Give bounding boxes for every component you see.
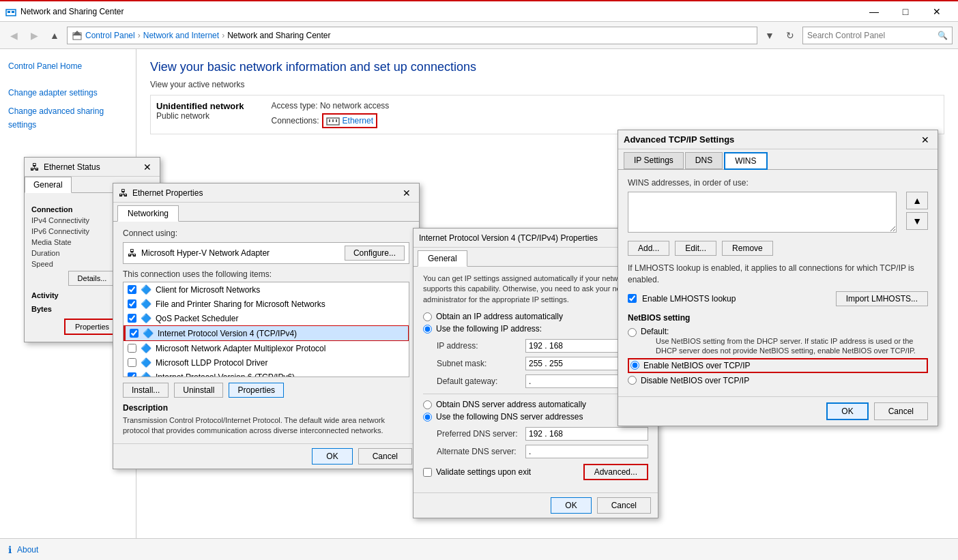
back-button[interactable]: ◀ <box>5 27 22 44</box>
item-1-checkbox[interactable] <box>128 299 136 308</box>
access-type-label: Access type: <box>272 101 318 110</box>
adapter-row: 🖧 Microsoft Hyper-V Network Adapter Conf… <box>123 242 409 264</box>
wins-up-button[interactable]: ▲ <box>906 192 928 209</box>
dns-radio-group: Obtain DNS server address automatically … <box>423 400 648 422</box>
breadcrumb: Control Panel › Network and Internet › N… <box>67 27 757 44</box>
add-button[interactable]: Add... <box>628 241 669 256</box>
static-dns-row: Use the following DNS server addresses <box>423 412 648 422</box>
list-item-3[interactable]: 🔷 Internet Protocol Version 4 (TCP/IPv4) <box>124 325 409 341</box>
ethernet-link[interactable]: Ethernet <box>343 116 373 126</box>
wins-down-button[interactable]: ▼ <box>906 212 928 230</box>
import-lmhosts-button[interactable]: Import LMHOSTS... <box>836 291 928 306</box>
static-ip-radio[interactable] <box>423 325 432 334</box>
title-bar: Network and Sharing Center — □ ✕ <box>0 0 958 22</box>
forward-button[interactable]: ▶ <box>26 27 42 44</box>
window-icon <box>5 6 16 17</box>
item-4-checkbox[interactable] <box>128 344 136 353</box>
search-input[interactable] <box>807 31 938 40</box>
uninstall-button[interactable]: Uninstall <box>174 383 223 398</box>
static-dns-radio[interactable] <box>423 413 432 422</box>
validate-checkbox[interactable] <box>423 468 432 477</box>
properties-button[interactable]: Properties <box>64 319 120 335</box>
item-2-name: QoS Packet Scheduler <box>156 314 238 323</box>
tab-ip-settings[interactable]: IP Settings <box>624 152 684 169</box>
window-title: Network and Sharing Center <box>20 7 858 16</box>
ethernet-props-titlebar: 🖧 Ethernet Properties ✕ <box>113 183 419 203</box>
tab-general-ipv4[interactable]: General <box>418 250 467 267</box>
details-button[interactable]: Details... <box>68 271 116 286</box>
ethernet-status-close[interactable]: ✕ <box>141 160 154 174</box>
adv-close[interactable]: ✕ <box>918 133 932 147</box>
close-button[interactable]: ✕ <box>921 1 953 23</box>
active-networks-label: View your active networks <box>150 80 944 89</box>
ethernet-props-tabs: Networking <box>113 203 419 222</box>
sidebar-advanced-sharing[interactable]: Change advanced sharing settings <box>0 102 136 134</box>
netbios-enable-radio[interactable] <box>630 361 639 370</box>
ethernet-props-close[interactable]: ✕ <box>400 186 413 200</box>
lmhosts-row: Enable LMHOSTS lookup Import LMHOSTS... <box>628 291 928 306</box>
enable-lmhosts-checkbox[interactable] <box>628 294 637 303</box>
svg-rect-7 <box>332 119 334 122</box>
ip-address-row: IP address: <box>423 339 648 353</box>
sidebar-change-adapter[interactable]: Change adapter settings <box>0 84 136 102</box>
breadcrumb-part1[interactable]: Control Panel <box>85 31 135 40</box>
about-link[interactable]: About <box>17 545 38 555</box>
tab-general[interactable]: General <box>25 177 72 193</box>
tab-dns[interactable]: DNS <box>685 152 723 169</box>
ipv4-desc: You can get IP settings assigned automat… <box>423 274 648 305</box>
netbios-label: NetBIOS setting <box>628 313 928 323</box>
tab-networking[interactable]: Networking <box>117 205 179 222</box>
alternate-dns-input[interactable] <box>525 445 648 458</box>
auto-dns-radio[interactable] <box>423 400 432 409</box>
list-item-5: 🔷 Microsoft LLDP Protocol Driver <box>124 355 409 370</box>
item-5-checkbox[interactable] <box>128 358 136 367</box>
item-0-checkbox[interactable] <box>128 285 136 294</box>
tab-wins[interactable]: WINS <box>724 152 767 170</box>
breadcrumb-part2[interactable]: Network and Internet <box>143 31 219 40</box>
maximize-button[interactable]: □ <box>890 1 921 23</box>
static-ip-row: Use the following IP address: <box>423 324 648 334</box>
connections-label: Connections: <box>272 116 319 126</box>
edit-button[interactable]: Edit... <box>675 241 716 256</box>
ethernet-props-title: Ethernet Properties <box>132 188 400 198</box>
install-button[interactable]: Install... <box>123 383 169 398</box>
netbios-disable-radio[interactable] <box>628 376 637 385</box>
item-3-checkbox[interactable] <box>130 329 139 338</box>
preferred-dns-input[interactable] <box>525 427 648 441</box>
adv-ok-button[interactable]: OK <box>826 402 868 420</box>
netbios-section: NetBIOS setting Default: Use NetBIOS set… <box>628 313 928 386</box>
ipv4-ok[interactable]: OK <box>551 497 591 514</box>
item-0-name: Client for Microsoft Networks <box>156 285 260 295</box>
preferred-dns-label: Preferred DNS server: <box>437 429 525 439</box>
adv-cancel-button[interactable]: Cancel <box>874 402 928 420</box>
auto-dns-row: Obtain DNS server address automatically <box>423 400 648 409</box>
minimize-button[interactable]: — <box>858 1 890 23</box>
sidebar-control-panel-home[interactable]: Control Panel Home <box>0 57 136 76</box>
network-info-left: Unidentified network Public network <box>156 101 244 121</box>
list-item-2: 🔷 QoS Packet Scheduler <box>124 311 409 325</box>
items-list: 🔷 Client for Microsoft Networks 🔷 File a… <box>123 282 409 377</box>
auto-dns-label: Obtain DNS server address automatically <box>436 400 586 409</box>
wins-label: WINS addresses, in order of use: <box>628 178 928 188</box>
configure-button[interactable]: Configure... <box>345 246 405 261</box>
auto-ip-radio[interactable] <box>423 312 432 321</box>
up-button[interactable]: ▲ <box>46 27 63 44</box>
ethernet-props-ok[interactable]: OK <box>312 448 352 465</box>
remove-button[interactable]: Remove <box>722 241 773 256</box>
ipv4-cancel[interactable]: Cancel <box>597 497 651 514</box>
list-item-0: 🔷 Client for Microsoft Networks <box>124 282 409 297</box>
advanced-button[interactable]: Advanced... <box>583 464 648 480</box>
subnet-row: Subnet mask: <box>423 357 648 370</box>
alternate-dns-label: Alternate DNS server: <box>437 447 525 456</box>
advanced-tcpip-dialog: Advanced TCP/IP Settings ✕ IP Settings D… <box>618 130 938 426</box>
item-2-checkbox[interactable] <box>128 314 136 323</box>
adapter-name: Microsoft Hyper-V Network Adapter <box>141 248 270 258</box>
netbios-default-radio[interactable] <box>628 328 637 337</box>
wins-listbox[interactable] <box>628 192 897 233</box>
item-6-checkbox[interactable] <box>128 372 136 377</box>
properties-action-button[interactable]: Properties <box>229 383 284 398</box>
refresh-button[interactable]: ↻ <box>782 27 798 44</box>
info-icon: ℹ <box>8 544 12 555</box>
dropdown-button[interactable]: ▼ <box>761 27 778 44</box>
ethernet-props-cancel[interactable]: Cancel <box>358 448 412 465</box>
